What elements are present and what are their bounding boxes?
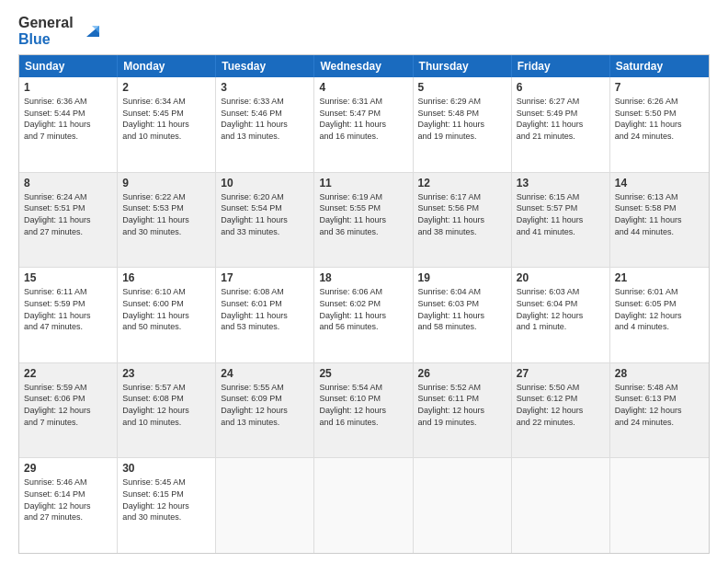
logo-bird-icon	[79, 20, 99, 40]
day-number: 30	[122, 462, 210, 475]
day-number: 26	[418, 367, 506, 380]
cal-cell: 24Sunrise: 5:55 AM Sunset: 6:09 PM Dayli…	[216, 363, 314, 458]
day-number: 4	[319, 81, 407, 94]
cal-cell: 30Sunrise: 5:45 AM Sunset: 6:15 PM Dayli…	[118, 458, 216, 553]
cell-text: Sunrise: 6:24 AM Sunset: 5:51 PM Dayligh…	[24, 191, 112, 237]
cell-text: Sunrise: 5:46 AM Sunset: 6:14 PM Dayligh…	[24, 477, 112, 523]
cal-cell: 6Sunrise: 6:27 AM Sunset: 5:49 PM Daylig…	[512, 77, 610, 172]
day-number: 6	[517, 81, 605, 94]
cell-text: Sunrise: 5:57 AM Sunset: 6:08 PM Dayligh…	[122, 382, 210, 428]
cell-text: Sunrise: 6:31 AM Sunset: 5:47 PM Dayligh…	[319, 96, 407, 142]
cal-cell: 2Sunrise: 6:34 AM Sunset: 5:45 PM Daylig…	[118, 77, 216, 172]
cal-cell: 20Sunrise: 6:03 AM Sunset: 6:04 PM Dayli…	[512, 268, 610, 362]
cell-text: Sunrise: 6:03 AM Sunset: 6:04 PM Dayligh…	[517, 286, 605, 332]
cal-cell: 16Sunrise: 6:10 AM Sunset: 6:00 PM Dayli…	[118, 268, 216, 362]
cal-cell: 7Sunrise: 6:26 AM Sunset: 5:50 PM Daylig…	[610, 77, 709, 172]
cal-header-cell: Sunday	[19, 55, 118, 77]
logo: General Blue	[18, 15, 99, 47]
day-number: 24	[221, 367, 309, 380]
day-number: 23	[122, 367, 210, 380]
cell-text: Sunrise: 6:34 AM Sunset: 5:45 PM Dayligh…	[122, 96, 210, 142]
cell-text: Sunrise: 5:59 AM Sunset: 6:06 PM Dayligh…	[24, 382, 112, 428]
cal-cell: 5Sunrise: 6:29 AM Sunset: 5:48 PM Daylig…	[414, 77, 512, 172]
cal-cell: 4Sunrise: 6:31 AM Sunset: 5:47 PM Daylig…	[314, 77, 413, 172]
cell-text: Sunrise: 6:29 AM Sunset: 5:48 PM Dayligh…	[418, 96, 506, 142]
cell-text: Sunrise: 6:17 AM Sunset: 5:56 PM Dayligh…	[418, 191, 506, 237]
day-number: 27	[517, 367, 605, 380]
cal-cell	[314, 458, 413, 553]
day-number: 19	[418, 271, 506, 284]
cell-text: Sunrise: 6:01 AM Sunset: 6:05 PM Dayligh…	[615, 286, 704, 332]
cal-cell	[610, 458, 709, 553]
day-number: 2	[122, 81, 210, 94]
cell-text: Sunrise: 5:54 AM Sunset: 6:10 PM Dayligh…	[319, 382, 407, 428]
cal-cell: 21Sunrise: 6:01 AM Sunset: 6:05 PM Dayli…	[610, 268, 709, 362]
cal-header-cell: Friday	[512, 55, 610, 77]
day-number: 10	[221, 177, 309, 190]
day-number: 5	[418, 81, 506, 94]
day-number: 15	[24, 271, 112, 284]
day-number: 11	[319, 177, 407, 190]
cal-cell	[216, 458, 314, 553]
logo-line2: Blue	[18, 31, 74, 48]
cal-cell: 11Sunrise: 6:19 AM Sunset: 5:55 PM Dayli…	[314, 173, 413, 268]
cell-text: Sunrise: 6:04 AM Sunset: 6:03 PM Dayligh…	[418, 286, 506, 332]
day-number: 20	[517, 271, 605, 284]
cal-cell: 1Sunrise: 6:36 AM Sunset: 5:44 PM Daylig…	[19, 77, 118, 172]
cal-cell: 3Sunrise: 6:33 AM Sunset: 5:46 PM Daylig…	[216, 77, 314, 172]
cell-text: Sunrise: 6:08 AM Sunset: 6:01 PM Dayligh…	[221, 286, 309, 332]
cell-text: Sunrise: 6:13 AM Sunset: 5:58 PM Dayligh…	[615, 191, 704, 237]
page: General Blue SundayMondayTuesdayWednesda…	[0, 0, 728, 563]
cell-text: Sunrise: 6:19 AM Sunset: 5:55 PM Dayligh…	[319, 191, 407, 237]
day-number: 21	[615, 271, 704, 284]
cal-row: 22Sunrise: 5:59 AM Sunset: 6:06 PM Dayli…	[19, 362, 709, 458]
cal-cell: 8Sunrise: 6:24 AM Sunset: 5:51 PM Daylig…	[19, 173, 118, 268]
day-number: 29	[24, 462, 112, 475]
cell-text: Sunrise: 5:50 AM Sunset: 6:12 PM Dayligh…	[517, 382, 605, 428]
cell-text: Sunrise: 6:10 AM Sunset: 6:00 PM Dayligh…	[122, 286, 210, 332]
day-number: 1	[24, 81, 112, 94]
cal-cell: 26Sunrise: 5:52 AM Sunset: 6:11 PM Dayli…	[414, 363, 512, 458]
cal-row: 15Sunrise: 6:11 AM Sunset: 5:59 PM Dayli…	[19, 267, 709, 362]
header: General Blue	[18, 15, 710, 47]
calendar: SundayMondayTuesdayWednesdayThursdayFrid…	[18, 54, 710, 554]
day-number: 17	[221, 271, 309, 284]
cal-header-cell: Saturday	[610, 55, 709, 77]
cal-header-cell: Wednesday	[314, 55, 413, 77]
calendar-header-row: SundayMondayTuesdayWednesdayThursdayFrid…	[19, 55, 709, 77]
cal-cell: 25Sunrise: 5:54 AM Sunset: 6:10 PM Dayli…	[314, 363, 413, 458]
cell-text: Sunrise: 6:20 AM Sunset: 5:54 PM Dayligh…	[221, 191, 309, 237]
cell-text: Sunrise: 6:26 AM Sunset: 5:50 PM Dayligh…	[615, 96, 704, 142]
day-number: 18	[319, 271, 407, 284]
day-number: 3	[221, 81, 309, 94]
cell-text: Sunrise: 5:45 AM Sunset: 6:15 PM Dayligh…	[122, 477, 210, 523]
cal-header-cell: Tuesday	[216, 55, 314, 77]
day-number: 8	[24, 177, 112, 190]
cal-cell: 14Sunrise: 6:13 AM Sunset: 5:58 PM Dayli…	[610, 173, 709, 268]
day-number: 16	[122, 271, 210, 284]
cell-text: Sunrise: 6:11 AM Sunset: 5:59 PM Dayligh…	[24, 286, 112, 332]
cal-row: 1Sunrise: 6:36 AM Sunset: 5:44 PM Daylig…	[19, 77, 709, 172]
cal-row: 29Sunrise: 5:46 AM Sunset: 6:14 PM Dayli…	[19, 457, 709, 553]
cal-cell: 29Sunrise: 5:46 AM Sunset: 6:14 PM Dayli…	[19, 458, 118, 553]
cell-text: Sunrise: 6:27 AM Sunset: 5:49 PM Dayligh…	[517, 96, 605, 142]
cal-cell: 18Sunrise: 6:06 AM Sunset: 6:02 PM Dayli…	[314, 268, 413, 362]
cal-cell: 19Sunrise: 6:04 AM Sunset: 6:03 PM Dayli…	[414, 268, 512, 362]
logo-line1: General	[18, 15, 74, 31]
cell-text: Sunrise: 6:36 AM Sunset: 5:44 PM Dayligh…	[24, 96, 112, 142]
cell-text: Sunrise: 6:06 AM Sunset: 6:02 PM Dayligh…	[319, 286, 407, 332]
day-number: 13	[517, 177, 605, 190]
day-number: 14	[615, 177, 704, 190]
cal-row: 8Sunrise: 6:24 AM Sunset: 5:51 PM Daylig…	[19, 172, 709, 268]
day-number: 7	[615, 81, 704, 94]
cal-cell: 9Sunrise: 6:22 AM Sunset: 5:53 PM Daylig…	[118, 173, 216, 268]
cal-header-cell: Thursday	[414, 55, 512, 77]
cal-cell: 17Sunrise: 6:08 AM Sunset: 6:01 PM Dayli…	[216, 268, 314, 362]
cell-text: Sunrise: 6:33 AM Sunset: 5:46 PM Dayligh…	[221, 96, 309, 142]
cal-cell: 27Sunrise: 5:50 AM Sunset: 6:12 PM Dayli…	[512, 363, 610, 458]
cell-text: Sunrise: 5:52 AM Sunset: 6:11 PM Dayligh…	[418, 382, 506, 428]
cell-text: Sunrise: 5:48 AM Sunset: 6:13 PM Dayligh…	[615, 382, 704, 428]
cal-cell: 15Sunrise: 6:11 AM Sunset: 5:59 PM Dayli…	[19, 268, 118, 362]
cell-text: Sunrise: 5:55 AM Sunset: 6:09 PM Dayligh…	[221, 382, 309, 428]
cell-text: Sunrise: 6:22 AM Sunset: 5:53 PM Dayligh…	[122, 191, 210, 237]
